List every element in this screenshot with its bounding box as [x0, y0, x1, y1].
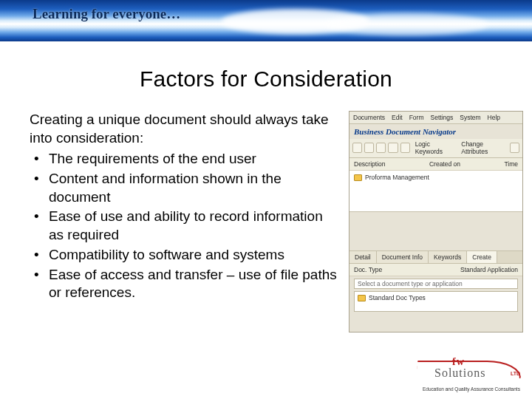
menu-item: Form	[409, 114, 424, 121]
list-item: Ease of access and transfer – use of fil…	[30, 266, 340, 302]
tree-label: Standard Doc Types	[369, 294, 426, 301]
menu-item: System	[460, 114, 480, 121]
bullet-list: The requirements of the end user Content…	[30, 150, 340, 302]
app-screenshot: Documents Edit Form Settings System Help…	[349, 111, 523, 332]
toolbar-icon	[400, 143, 410, 153]
tab: Create	[467, 251, 497, 263]
col-header: Time	[504, 160, 518, 168]
header-banner: Learning for everyone…	[0, 0, 532, 41]
field-row: Doc. Type Standard Application	[349, 264, 522, 276]
toolbar-label: Change Attributes	[461, 140, 508, 155]
toolbar-icon	[376, 143, 386, 153]
menu-item: Edit	[392, 114, 403, 121]
tab: Detail	[349, 251, 377, 263]
tree-label: Proforma Management	[365, 174, 429, 181]
intro-text: Creating a unique document should always…	[30, 111, 340, 147]
list-item: Content and information shown in the doc…	[30, 170, 340, 206]
tab: Keywords	[429, 251, 467, 263]
select-box: Select a document type or application	[354, 279, 518, 289]
col-header: Created on	[429, 160, 460, 168]
logo-solutions: Solutions	[434, 366, 485, 380]
tree-panel: Proforma Management	[349, 171, 522, 212]
footer-logo: fw Solutions LTD Education and Quality A…	[409, 356, 520, 392]
select-placeholder: Select a document type or application	[358, 280, 463, 287]
list-item: The requirements of the end user	[30, 150, 340, 168]
field-value: Standard Application	[460, 266, 518, 273]
menu-item: Help	[488, 114, 500, 121]
list-item: Compatibility to software and systems	[30, 246, 340, 265]
folder-icon	[354, 174, 362, 181]
tab-strip: Detail Document Info Keywords Create	[349, 250, 522, 264]
tagline: Learning for everyone…	[33, 6, 180, 22]
spacer	[349, 212, 522, 250]
col-header: Description	[354, 160, 386, 168]
app-toolbar: Logic Keywords Change Attributes	[349, 139, 522, 158]
logo-ltd: LTD	[511, 371, 520, 376]
slide-title: Factors for Consideration	[0, 66, 532, 92]
tree-item: Proforma Management	[354, 174, 518, 181]
toolbar-icon	[388, 143, 398, 153]
toolbar-icon	[364, 143, 374, 153]
field-label: Doc. Type	[354, 266, 382, 273]
slide: Learning for everyone… Factors for Consi…	[0, 0, 532, 399]
column-header-row: Description Created on Time	[349, 158, 522, 171]
toolbar-label: Logic Keywords	[415, 140, 457, 155]
toolbar-icon	[510, 143, 519, 153]
toolbar-icon	[352, 143, 362, 153]
app-menubar: Documents Edit Form Settings System Help	[349, 112, 522, 124]
menu-item: Documents	[353, 114, 385, 121]
tree-panel-lower: Standard Doc Types	[354, 291, 518, 312]
tab: Document Info	[377, 251, 429, 263]
body-text: Creating a unique document should always…	[30, 111, 340, 304]
folder-icon	[358, 295, 366, 301]
menu-item: Settings	[431, 114, 454, 121]
logo-subtitle: Education and Quality Assurance Consulta…	[423, 386, 520, 392]
list-item: Ease of use and ability to record inform…	[30, 208, 340, 244]
app-subtitle: Business Document Navigator	[349, 124, 522, 139]
tree-item: Standard Doc Types	[358, 294, 514, 301]
